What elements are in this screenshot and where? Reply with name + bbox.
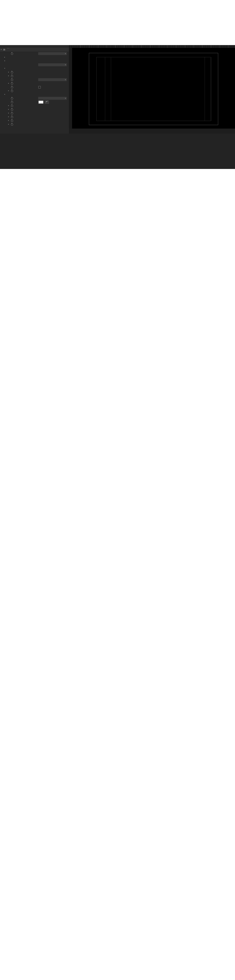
effect-row [0,100,69,104]
twirl-right-icon[interactable]: ▸ [8,108,9,110]
checkbox[interactable] [38,86,41,88]
stopwatch-icon[interactable] [11,97,13,100]
stopwatch-icon[interactable] [11,101,13,103]
effect-row: ▾ [0,52,69,56]
twirl-right-icon[interactable]: ▸ [8,112,9,114]
twirl-down-icon[interactable]: ▾ [4,60,5,62]
guide-line [105,57,105,121]
stopwatch-icon[interactable] [11,79,13,81]
effect-header-row: ▾fx [0,48,69,52]
effect-row: ▸ [0,74,69,78]
effect-row: ▸ [0,108,69,111]
color-swatch[interactable] [38,100,43,104]
ruler-tick [202,45,203,48]
effect-controls-panel: ▾fx▾▸▾▾▾▸▸▾▸▸▾▾▸▸▸▸▸▸ [0,45,69,134]
twirl-right-icon[interactable]: ▸ [4,56,5,58]
twirl-right-icon[interactable]: ▸ [8,105,9,107]
eyedropper-icon[interactable] [44,100,49,104]
vertical-ruler [69,48,72,129]
chevron-down-icon: ▾ [65,97,66,99]
dropdown[interactable]: ▾ [38,78,67,81]
guide-line [205,57,205,121]
twirl-right-icon[interactable]: ▸ [8,116,9,118]
effect-row: ▸ [0,56,69,59]
effect-row: ▾ [0,67,69,70]
stopwatch-icon[interactable] [11,75,13,77]
ruler-tick [219,45,220,48]
effect-row: ▸ [0,104,69,108]
effect-row: ▾ [0,78,69,81]
stopwatch-icon[interactable] [11,53,13,55]
stopwatch-icon[interactable] [11,72,13,73]
effect-row: ▸ [0,111,69,115]
ruler-tick [89,45,89,48]
ruler-tick [124,45,124,48]
effect-name[interactable] [7,48,10,48]
twirl-down-icon[interactable]: ▾ [4,94,5,95]
dropdown[interactable]: ▾ [38,52,67,55]
chevron-down-icon: ▾ [65,64,66,66]
stopwatch-icon[interactable] [11,90,13,92]
ruler-tick [185,45,185,48]
twirl-down-icon[interactable]: ▾ [1,49,2,50]
chevron-down-icon: ▾ [65,53,66,54]
stopwatch-icon[interactable] [11,124,13,126]
tutorial-page: ▾fx▾▸▾▾▾▸▸▾▸▸▾▾▸▸▸▸▸▸ [0,0,235,980]
effect-row: ▾ [0,96,69,100]
stopwatch-icon[interactable] [11,112,13,115]
effect-row: ▾ [0,59,69,63]
effect-row: ▸ [0,115,69,119]
ruler-tick [167,45,168,48]
stopwatch-icon[interactable] [11,86,13,88]
ruler-tick [106,45,107,48]
effect-row: ▾ [0,63,69,67]
stopwatch-icon[interactable] [11,105,13,107]
stopwatch-icon[interactable] [11,120,13,122]
ruler-tick [228,45,229,48]
twirl-right-icon[interactable]: ▸ [8,119,9,121]
dropdown[interactable]: ▾ [38,97,67,100]
screenshot-s1: ▾fx▾▸▾▾▾▸▸▾▸▸▾▾▸▸▸▸▸▸ [0,45,235,169]
effect-row: ▸ [0,119,69,123]
effect-row [0,85,69,89]
twirl-right-icon[interactable]: ▸ [8,123,9,125]
guide-line [111,57,111,121]
chevron-down-icon: ▾ [65,79,66,81]
twirl-right-icon[interactable]: ▸ [8,82,9,84]
stopwatch-icon[interactable] [11,83,13,85]
effect-row: ▾ [0,93,69,96]
effect-row: ▸ [0,81,69,85]
stopwatch-icon[interactable] [11,108,13,111]
effect-row: ▸ [0,70,69,74]
effect-row: ▸ [0,123,69,126]
composition-viewer [69,45,235,134]
twirl-right-icon[interactable]: ▸ [8,90,9,92]
comp-canvas[interactable] [72,48,235,129]
ruler-tick [176,45,176,48]
fx-icon: fx [3,48,5,51]
twirl-right-icon[interactable]: ▸ [8,75,9,76]
twirl-down-icon[interactable]: ▾ [4,67,5,69]
twirl-right-icon[interactable]: ▸ [8,71,9,73]
ruler-tick [150,45,150,48]
effect-row: ▸ [0,89,69,93]
main-area: ▾fx▾▸▾▾▾▸▸▾▸▸▾▾▸▸▸▸▸▸ [0,45,235,134]
horizontal-ruler [69,45,235,48]
safe-area-guide [96,57,211,121]
dropdown[interactable]: ▾ [38,63,67,66]
ruler-tick [115,45,116,48]
stopwatch-icon[interactable] [11,116,13,118]
